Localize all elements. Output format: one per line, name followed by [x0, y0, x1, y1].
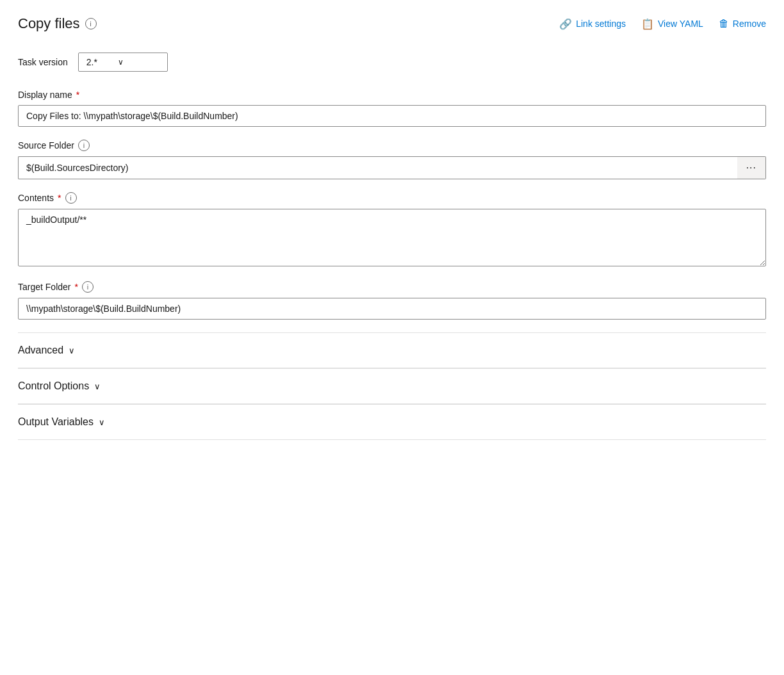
view-yaml-button[interactable]: 📋 View YAML: [641, 18, 703, 30]
output-variables-section: Output Variables ∨: [18, 404, 766, 440]
title-info-icon[interactable]: i: [85, 18, 97, 29]
contents-textarea[interactable]: _buildOutput/**: [18, 209, 766, 266]
header-actions: 🔗 Link settings 📋 View YAML 🗑 Remove: [559, 18, 766, 30]
source-folder-input[interactable]: [18, 156, 737, 179]
view-yaml-icon: 📋: [641, 18, 654, 30]
remove-label: Remove: [733, 19, 766, 29]
output-variables-section-header[interactable]: Output Variables ∨: [18, 404, 766, 440]
link-settings-icon: 🔗: [559, 18, 572, 30]
remove-icon: 🗑: [719, 18, 729, 29]
task-version-row: Task version 2.* ∨: [18, 53, 766, 72]
target-folder-required-star: *: [74, 282, 78, 292]
control-options-section-header[interactable]: Control Options ∨: [18, 368, 766, 404]
output-variables-section-title: Output Variables: [18, 416, 94, 428]
version-select-chevron-icon: ∨: [118, 58, 124, 67]
contents-required-star: *: [58, 193, 61, 203]
source-folder-input-row: ···: [18, 156, 766, 179]
control-options-chevron-icon: ∨: [94, 382, 101, 391]
target-folder-info-icon[interactable]: i: [82, 281, 94, 293]
page-title: Copy files: [18, 15, 80, 32]
page-header: Copy files i 🔗 Link settings 📋 View YAML…: [18, 15, 766, 32]
advanced-section-header[interactable]: Advanced ∨: [18, 332, 766, 368]
task-version-label: Task version: [18, 57, 68, 67]
remove-button[interactable]: 🗑 Remove: [719, 18, 766, 29]
header-left: Copy files i: [18, 15, 97, 32]
display-name-input[interactable]: [18, 105, 766, 127]
link-settings-label: Link settings: [576, 19, 626, 29]
advanced-section: Advanced ∨: [18, 332, 766, 368]
contents-field: Contents * i _buildOutput/**: [18, 192, 766, 268]
display-name-field: Display name *: [18, 90, 766, 127]
link-settings-button[interactable]: 🔗 Link settings: [559, 18, 626, 30]
output-variables-chevron-icon: ∨: [99, 418, 105, 427]
advanced-chevron-icon: ∨: [69, 346, 75, 355]
contents-info-icon[interactable]: i: [65, 192, 77, 204]
target-folder-label: Target Folder * i: [18, 281, 766, 293]
target-folder-input[interactable]: [18, 298, 766, 320]
source-folder-info-icon[interactable]: i: [78, 140, 90, 151]
display-name-required-star: *: [76, 90, 79, 100]
source-folder-label: Source Folder i: [18, 140, 766, 151]
source-folder-field: Source Folder i ···: [18, 140, 766, 179]
control-options-section-title: Control Options: [18, 380, 89, 392]
control-options-section: Control Options ∨: [18, 368, 766, 404]
contents-label: Contents * i: [18, 192, 766, 204]
source-folder-browse-button[interactable]: ···: [737, 156, 766, 179]
task-version-value: 2.*: [86, 57, 97, 67]
browse-ellipsis-icon: ···: [746, 162, 756, 174]
target-folder-field: Target Folder * i: [18, 281, 766, 320]
view-yaml-label: View YAML: [658, 19, 703, 29]
display-name-label: Display name *: [18, 90, 766, 100]
advanced-section-title: Advanced: [18, 345, 63, 356]
task-version-select[interactable]: 2.* ∨: [78, 53, 168, 72]
